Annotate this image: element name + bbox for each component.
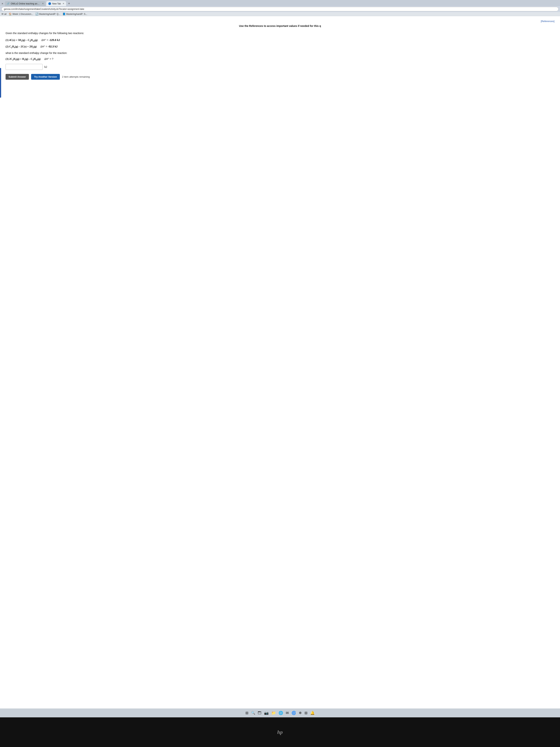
- edge-icon[interactable]: 🌐: [278, 711, 283, 715]
- camera-icon[interactable]: 📷: [264, 711, 269, 715]
- tab-owlv2[interactable]: 🔗 OWLv2 Online teaching and lea ✕: [5, 1, 46, 6]
- answer-input[interactable]: [5, 64, 43, 70]
- taskbar: ⊞ 🔍 🗔 📷 📁 🌐 ✉ 🌀 ❄ ⊞ 🔔: [0, 709, 560, 717]
- reaction-1-formula: (1) 4C(s) + 5H2(g)→C4H10(g): [5, 39, 37, 42]
- answer-row: kJ: [5, 64, 555, 70]
- bookmark-masterings[interactable]: 📘 MasteringAandP: S...: [62, 12, 87, 16]
- reaction-3-formula: (3) 2C2H4(g) + H2(g)→C4H10(g): [5, 58, 41, 61]
- newtab-tab-close[interactable]: ✕: [62, 2, 64, 5]
- reaction-2-delta-h: ΔH° = -52.3 kJ: [41, 45, 57, 48]
- reaction-2: (2) C2H4(g)→2C(s) + 2H2(g) ΔH° = -52.3 k…: [5, 45, 555, 49]
- page-instruction: Use the References to access important v…: [5, 24, 555, 27]
- address-bar-row: genow.com/ilrn/takeAssignment/takeCovale…: [0, 6, 560, 12]
- side-accent: [0, 68, 1, 98]
- button-row: Submit Answer Try Another Version 2 item…: [5, 74, 555, 80]
- mail-taskbar-icon[interactable]: ✉: [286, 711, 289, 715]
- reaction-2-formula: (2) C2H4(g)→2C(s) + 2H2(g): [5, 45, 37, 49]
- search-icon[interactable]: 🔍: [251, 711, 255, 715]
- question-text: what is the standard enthalpy change for…: [5, 52, 555, 54]
- problem-intro: Given the standard enthalpy changes for …: [5, 31, 555, 35]
- try-another-version-button[interactable]: Try Another Version: [31, 74, 60, 80]
- grid-icon[interactable]: ⊞: [304, 711, 308, 715]
- bookmark-mail-label: ail: [4, 13, 6, 16]
- dropbox-icon[interactable]: ❄: [299, 711, 302, 715]
- newtab-tab-label: New Tab: [52, 2, 61, 5]
- bookmark-week1[interactable]: 🏠 Week 1 Discussion...: [9, 12, 33, 16]
- reaction-3-delta-h: ΔH° = ?: [44, 57, 53, 60]
- tab-newtab[interactable]: 🔵 New Tab ✕: [46, 1, 66, 6]
- bookmarks-bar: ✉ ail 🏠 Week 1 Discussion... 🔄 Mastering…: [0, 12, 560, 16]
- attempts-remaining: 2 item attempts remaining: [62, 75, 90, 78]
- mail-icon: ✉: [1, 12, 3, 16]
- windows-start-icon[interactable]: ⊞: [245, 711, 248, 715]
- task-view-icon[interactable]: 🗔: [258, 711, 262, 715]
- page-wrapper: [References] Use the References to acces…: [0, 16, 560, 709]
- owlv2-tab-close[interactable]: ✕: [42, 2, 44, 5]
- file-explorer-icon[interactable]: 📁: [271, 711, 276, 715]
- masterings-icon: 📘: [62, 12, 65, 16]
- unit-label: kJ: [45, 66, 47, 68]
- tab-bar: ✕ 🔗 OWLv2 Online teaching and lea ✕ 🔵 Ne…: [0, 0, 560, 6]
- laptop-bottom: hp: [0, 717, 560, 747]
- notification-icon[interactable]: 🔔: [310, 711, 315, 715]
- bookmark-masterings-label: MasteringAandP: S...: [66, 13, 87, 16]
- hp-logo: hp: [277, 729, 283, 735]
- new-tab-button[interactable]: +: [67, 2, 71, 5]
- address-bar[interactable]: genow.com/ilrn/takeAssignment/takeCovale…: [1, 7, 559, 11]
- owlv2-tab-label: OWLv2 Online teaching and lea: [11, 2, 40, 5]
- reaction-1-delta-h: ΔH° = -125.6 kJ: [41, 38, 60, 42]
- reaction-1: (1) 4C(s) + 5H2(g)→C4H10(g) ΔH° = -125.6…: [5, 38, 555, 42]
- bookmark-week1-label: Week 1 Discussion...: [12, 13, 33, 16]
- bookmark-masteringq-label: MasteringAandP: Q...: [39, 13, 60, 16]
- bookmark-mail[interactable]: ✉ ail: [1, 12, 6, 16]
- chrome-icon[interactable]: 🌀: [292, 711, 296, 715]
- week1-icon: 🏠: [9, 12, 12, 16]
- content-area: [References] Use the References to acces…: [0, 16, 560, 709]
- browser-chrome: ✕ 🔗 OWLv2 Online teaching and lea ✕ 🔵 Ne…: [0, 0, 560, 16]
- bookmark-masteringq[interactable]: 🔄 MasteringAandP: Q...: [35, 12, 60, 16]
- newtab-tab-icon: 🔵: [48, 2, 51, 5]
- references-link[interactable]: [References]: [5, 20, 555, 23]
- owlv2-tab-icon: 🔗: [7, 2, 10, 5]
- submit-answer-button[interactable]: Submit Answer: [5, 74, 29, 80]
- reaction-3: (3) 2C2H4(g) + H2(g)→C4H10(g) ΔH° = ?: [5, 57, 555, 61]
- masteringq-icon: 🔄: [35, 12, 38, 16]
- browser-close-btn[interactable]: ✕: [1, 2, 4, 5]
